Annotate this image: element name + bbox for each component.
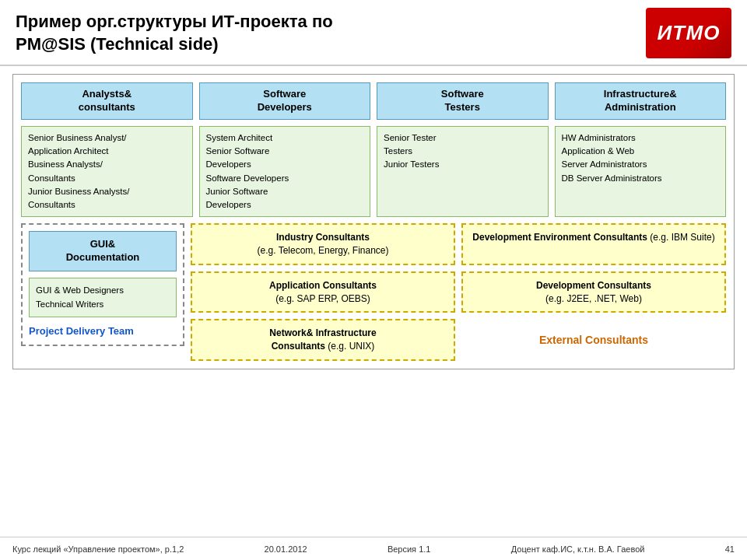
consultant-network: Network& InfrastructureConsultants (e.g.… xyxy=(191,319,455,361)
lower-section: GUI&Documentation GUI & Web DesignersTec… xyxy=(21,223,726,361)
page-header: Пример орг.структуры ИТ-проекта по PM@SI… xyxy=(0,0,747,66)
footer-date: 20.01.2012 xyxy=(265,544,307,554)
consultant-app: Application Consultants(e.g. SAP ERP, OE… xyxy=(191,271,455,313)
org-chart: Analysts&consultants SoftwareDevelopers … xyxy=(12,74,735,369)
consultants-grid: Industry Consultants(e.g. Telecom, Energ… xyxy=(191,223,726,361)
project-delivery-label: Project Delivery Team xyxy=(29,324,177,338)
subteam-software-dev: System ArchitectSenior SoftwareDeveloper… xyxy=(199,126,371,218)
footer-version: Версия 1.1 xyxy=(388,544,431,554)
page-title: Пример орг.структуры ИТ-проекта по PM@SI… xyxy=(16,11,333,55)
subteam-row: Senior Business Analyst/Application Arch… xyxy=(21,126,726,218)
consultant-dev: Development Consultants(e.g. J2EE, .NET,… xyxy=(461,271,726,313)
project-delivery-wrapper: GUI&Documentation GUI & Web DesignersTec… xyxy=(21,223,184,346)
gui-header: GUI&Documentation xyxy=(29,231,177,271)
title-line1: Пример орг.структуры ИТ-проекта по xyxy=(16,12,333,31)
title-line2: PM@SIS (Technical side) xyxy=(16,34,219,54)
dept-infrastructure: Infrastructure&Administration xyxy=(555,82,727,120)
logo: ИТМО xyxy=(646,8,731,58)
department-row: Analysts&consultants SoftwareDevelopers … xyxy=(21,82,726,120)
external-consultants-label: External Consultants xyxy=(461,319,726,361)
right-column: Industry Consultants(e.g. Telecom, Energ… xyxy=(191,223,726,361)
consultant-industry: Industry Consultants(e.g. Telecom, Energ… xyxy=(191,223,455,265)
footer-course: Курс лекций «Управление проектом», р.1,2 xyxy=(12,544,184,554)
page-footer: Курс лекций «Управление проектом», р.1,2… xyxy=(0,537,747,560)
consultant-dev-env: Development Environment Consultants (e.g… xyxy=(461,223,726,265)
dept-analysts: Analysts&consultants xyxy=(21,82,193,120)
left-column: GUI&Documentation GUI & Web DesignersTec… xyxy=(21,223,184,361)
main-content: Analysts&consultants SoftwareDevelopers … xyxy=(0,66,747,525)
footer-page: 41 xyxy=(725,544,735,554)
logo-text: ИТМО xyxy=(658,21,721,45)
dept-software-test: SoftwareTesters xyxy=(377,82,549,120)
dept-software-dev: SoftwareDevelopers xyxy=(199,82,371,120)
subteam-analysts: Senior Business Analyst/Application Arch… xyxy=(21,126,193,218)
subteam-infrastructure: HW AdministratorsApplication & WebServer… xyxy=(555,126,727,218)
subteam-software-test: Senior TesterTestersJunior Testers xyxy=(377,126,549,218)
footer-author: Доцент каф.ИС, к.т.н. В.А. Гаевой xyxy=(511,544,645,554)
gui-subteam: GUI & Web DesignersTechnical Writers xyxy=(29,278,177,317)
